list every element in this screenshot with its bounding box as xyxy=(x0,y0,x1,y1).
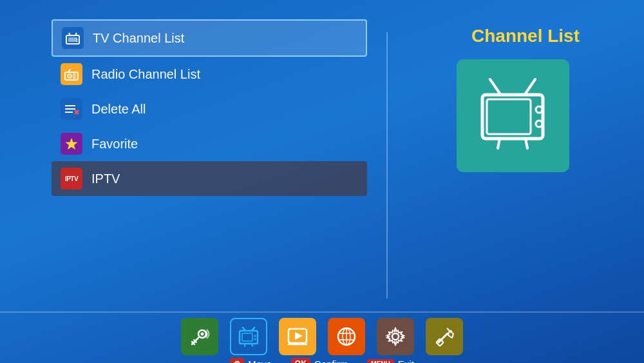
svg-point-24 xyxy=(536,121,542,127)
right-panel: Channel List xyxy=(407,19,618,311)
ok-badge: OK xyxy=(291,358,310,363)
web-icon-button[interactable] xyxy=(328,318,365,355)
svg-point-28 xyxy=(201,333,204,336)
svg-line-19 xyxy=(490,79,500,93)
svg-line-20 xyxy=(526,79,535,93)
svg-line-49 xyxy=(439,333,448,342)
menu-item-favorite[interactable]: Favorite xyxy=(52,126,367,161)
svg-marker-41 xyxy=(295,332,303,340)
hint-ok-confirm: OK Confirm xyxy=(291,358,348,363)
svg-point-51 xyxy=(450,330,452,333)
svg-line-39 xyxy=(252,344,252,346)
delete-all-icon xyxy=(61,98,82,120)
tools-icon-button[interactable] xyxy=(426,318,463,355)
svg-rect-22 xyxy=(487,99,531,134)
hint-move: ⊕ Move xyxy=(230,358,272,363)
left-panel: TV Channel List Radio Channel List xyxy=(52,19,367,311)
settings-icon-button[interactable] xyxy=(377,318,414,355)
hint-bar: ⊕ Move OK Confirm MENU Exit xyxy=(0,358,644,363)
tv-icon-button[interactable] xyxy=(230,318,267,355)
tv-channel-list-label: TV Channel List xyxy=(93,31,184,46)
satellite-icon-button[interactable] xyxy=(181,318,218,355)
radio-channel-list-icon xyxy=(61,63,82,85)
favorite-label: Favorite xyxy=(91,137,138,152)
iptv-icon: IPTV xyxy=(61,168,82,190)
svg-point-5 xyxy=(77,41,78,42)
iptv-label: IPTV xyxy=(91,172,120,186)
move-hint-text: Move xyxy=(248,358,272,364)
menu-item-radio-channel-list[interactable]: Radio Channel List xyxy=(52,57,367,92)
icon-bar xyxy=(0,313,644,358)
svg-point-4 xyxy=(77,39,78,40)
svg-point-48 xyxy=(392,333,399,340)
move-badge: ⊕ xyxy=(230,358,244,363)
ok-hint-text: Confirm xyxy=(314,358,348,364)
menu-item-iptv[interactable]: IPTV IPTV xyxy=(52,161,367,196)
svg-point-23 xyxy=(536,106,542,113)
tv-preview-icon xyxy=(471,74,554,158)
menu-hint-text: Exit xyxy=(398,358,414,364)
svg-marker-18 xyxy=(66,138,78,150)
menu-item-delete-all[interactable]: Delete All xyxy=(52,92,367,126)
menu-badge: MENU xyxy=(367,359,393,364)
tv-channel-list-icon xyxy=(62,27,84,49)
delete-all-label: Delete All xyxy=(91,102,146,117)
radio-channel-list-label: Radio Channel List xyxy=(91,67,200,82)
svg-point-37 xyxy=(254,338,256,340)
video-icon-button[interactable] xyxy=(279,318,316,355)
svg-point-36 xyxy=(254,335,256,337)
menu-item-tv-channel-list[interactable]: TV Channel List xyxy=(52,19,367,57)
main-container: TV Channel List Radio Channel List xyxy=(0,0,644,363)
divider xyxy=(386,32,388,299)
svg-rect-21 xyxy=(482,95,543,139)
svg-line-38 xyxy=(245,344,245,346)
bottom-toolbar: ⊕ Move OK Confirm MENU Exit xyxy=(0,311,644,363)
svg-rect-1 xyxy=(68,37,77,42)
hint-menu-exit: MENU Exit xyxy=(367,358,413,364)
channel-list-title: Channel List xyxy=(471,26,580,46)
favorite-icon xyxy=(61,133,82,155)
svg-point-8 xyxy=(69,75,70,77)
svg-rect-35 xyxy=(242,333,252,341)
tv-preview-box xyxy=(457,59,569,172)
